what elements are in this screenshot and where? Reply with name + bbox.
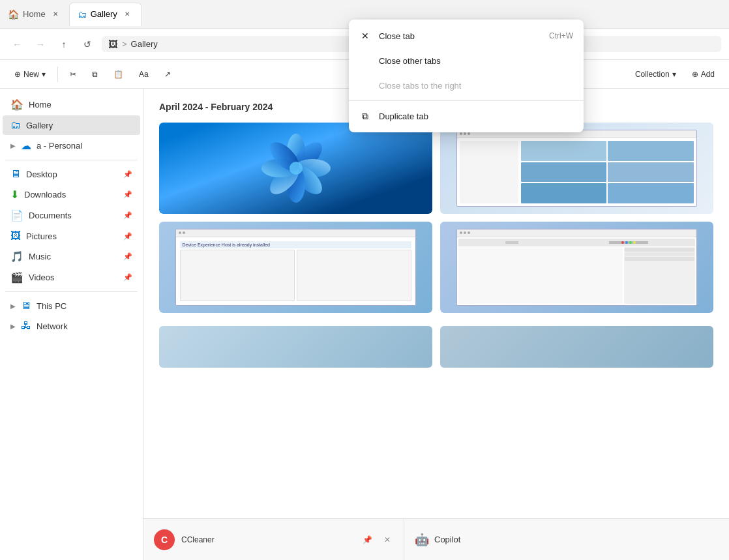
close-tab-label: Close tab [379,31,415,41]
close-right-icon [359,80,371,91]
ctx-close-other-tabs[interactable]: Close other tabs [349,48,584,73]
ctx-divider [349,100,584,101]
duplicate-icon: ⧉ [359,110,371,122]
close-other-label: Close other tabs [379,56,441,66]
duplicate-label: Duplicate tab [379,111,428,121]
close-tab-shortcut: Ctrl+W [549,31,573,40]
ctx-close-tab[interactable]: ✕ Close tab Ctrl+W [349,23,584,48]
close-other-icon [359,55,371,66]
close-tab-icon: ✕ [359,30,371,42]
context-menu: ✕ Close tab Ctrl+W Close other tabs Clos… [349,20,584,132]
ctx-duplicate-tab[interactable]: ⧉ Duplicate tab [349,104,584,128]
ctx-close-tabs-right: Close tabs to the right [349,73,584,98]
context-menu-overlay[interactable]: ✕ Close tab Ctrl+W Close other tabs Clos… [0,0,729,560]
close-right-label: Close tabs to the right [379,81,461,91]
